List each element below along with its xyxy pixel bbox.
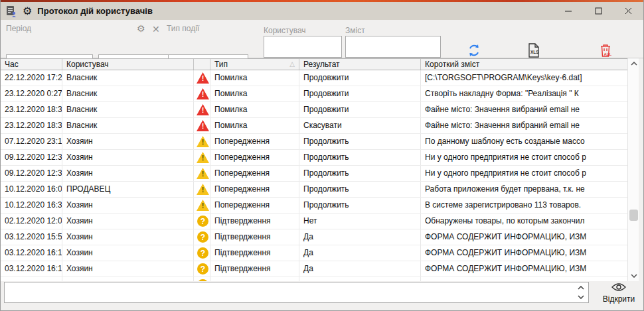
cell-summary: ФОРМА СОДЕРЖИТ ИНФОРМАЦИЮ, ИЗМ [421,245,628,261]
window-title: Протокол дій користувачів [37,6,153,16]
filter-toolbar: Період ⚙ ✕ ✕ ✕ 23 Тип події ✕ Користувач… [1,20,643,58]
cell-type: Підтвердження [210,261,299,277]
table-row[interactable]: 03.12.2020 16:16:32 Хозяин Підтвердження… [1,245,628,261]
open-label: Відкрити [603,294,635,304]
cell-result: Продолжить [299,198,421,213]
scrollbar-thumb[interactable] [629,210,638,221]
table-row[interactable]: 23.12.2020 18:31:04 Власник Помилка Прод… [1,102,628,118]
cell-time: 23.12.2020 18:31:12 [1,118,62,133]
scroll-down-icon[interactable] [628,271,639,281]
column-header-result[interactable]: Результат [299,59,421,70]
period-gear-icon[interactable]: ⚙ [137,24,145,33]
cell-icon [194,198,210,213]
bottom-panel: Відкрити [1,281,643,310]
content-filter-input[interactable] [345,36,441,58]
event-type-icon [197,168,209,179]
minimize-button[interactable] [554,2,584,20]
cell-type: Підтвердження [210,245,299,261]
cell-result: Продолжить [299,150,421,165]
maximize-button[interactable] [584,2,613,20]
event-type-label: Тип події [167,24,199,33]
cell-user: Власник [62,70,194,86]
cell-summary: Створіть накладну Форма: "Реалізація " К [421,86,628,101]
content-filter-label: Зміст [345,26,365,35]
cell-type: Помилка [210,118,299,133]
table-row[interactable]: 10.12.2020 16:02:45 ПРОДАВЕЦ Попередженн… [1,182,628,198]
user-filter-value [264,42,341,52]
cell-result: Продовжити [299,86,421,101]
event-type-icon [197,247,209,259]
cell-result: Продолжить [299,166,421,181]
scroll-up-icon[interactable] [628,58,639,69]
cell-type: Помилка [210,102,299,117]
table-row[interactable]: 03.12.2020 15:51:13 Хозяин Підтвердження… [1,229,628,245]
table-row[interactable]: 10.12.2020 16:36:06 Хозяин Попередження … [1,198,628,214]
column-header-type[interactable]: Тип△ [210,59,299,70]
cell-time: 03.12.2020 15:51:13 [1,229,62,245]
cell-user: Хозяин [62,229,194,245]
cell-icon [194,182,210,197]
cell-user: Хозяин [62,150,194,165]
cell-user: Хозяин [62,245,194,261]
cell-user: Хозяин [62,198,194,213]
event-type-icon [197,216,209,227]
period-label: Період [6,24,31,33]
vertical-scrollbar[interactable] [627,58,639,281]
settings-gear-icon[interactable]: ⚙ [23,6,32,17]
cell-type: Попередження [210,198,299,213]
detail-scroll-down-icon[interactable] [576,293,586,301]
event-type-icon [197,72,209,84]
cell-type: Помилка [210,70,299,86]
detail-textbox[interactable] [4,282,589,303]
table-row[interactable]: 02.12.2020 12:09:01 Хозяин Підтвердження… [1,214,628,229]
column-header-time[interactable]: Час [1,59,62,70]
column-header-user[interactable]: Користувач [62,59,194,70]
table-row[interactable]: 23.12.2020 0:27:29 Власник Помилка Продо… [1,86,628,102]
cell-icon [194,245,210,261]
cell-time: 03.12.2020 16:16:32 [1,245,62,261]
cell-user: Власник [62,86,194,101]
table-row[interactable]: 03.12.2020 16:18:52 Хозяин Підтвердження… [1,261,628,277]
period-clear-icon[interactable]: ✕ [152,25,160,34]
cell-time: 22.12.2020 17:20:27 [1,70,62,86]
cell-summary: Файне місто: Значення вибраний email не [421,118,628,133]
cell-type: Попередження [210,182,299,197]
cell-icon [194,118,210,133]
cell-result: Да [299,229,421,245]
cell-type: Попередження [210,134,299,149]
cell-summary: ФОРМА СОДЕРЖИТ ИНФОРМАЦИЮ, ИЗМ [421,261,628,277]
cell-summary: В системе зарегистрировано 113 товаров. [421,198,628,213]
cell-summary: Ни у одного предприятия не стоит способ … [421,166,628,181]
cell-time: 23.12.2020 0:27:29 [1,86,62,101]
xls-file-icon: XLS [528,42,540,58]
cell-result: Да [299,261,421,277]
table-row[interactable]: 07.12.2020 23:19:06 Хозяин Попередження … [1,134,628,150]
cell-summary: [C:\TORGSOFT\PROGRAM\Keys\key-6.dat] [421,70,628,86]
eye-icon [611,282,627,294]
cell-summary: По данному шаблону есть созданые массо [421,134,628,149]
table-row[interactable]: 23.12.2020 18:31:12 Власник Помилка Скас… [1,118,628,134]
cell-icon [194,214,210,229]
column-header-icon[interactable] [194,59,210,70]
trash-all-icon: ALL [599,42,612,58]
table-row[interactable]: 22.12.2020 17:20:27 Власник Помилка Прод… [1,70,628,86]
open-button[interactable]: Відкрити [597,282,641,304]
close-button[interactable] [613,2,643,20]
cell-icon [194,86,210,101]
cell-type: Підтвердження [210,214,299,229]
cell-summary: Ни у одного предприятия не стоит способ … [421,150,628,165]
cell-icon [194,261,210,277]
cell-result: Продовжити [299,70,421,86]
table-row[interactable]: 09.12.2020 12:31:00 Хозяин Попередження … [1,166,628,182]
cell-result: Нет [299,214,421,229]
event-type-icon [197,231,209,243]
cell-summary: Работа приложения будет прервана, т.к. н… [421,182,628,197]
column-header-summary[interactable]: Короткий зміст [421,59,628,70]
event-type-icon [197,200,209,211]
cell-result: Скасувати [299,118,421,133]
user-action-log-window: ⚙ Протокол дій користувачів Період ⚙ ✕ ✕… [0,0,644,311]
detail-scroll-up-icon[interactable] [576,284,586,292]
grid-header-row: Час Користувач Тип△ Результат Короткий з… [1,58,628,70]
user-filter-input[interactable] [264,36,342,58]
table-row[interactable]: 09.12.2020 12:30:58 Хозяин Попередження … [1,150,628,166]
